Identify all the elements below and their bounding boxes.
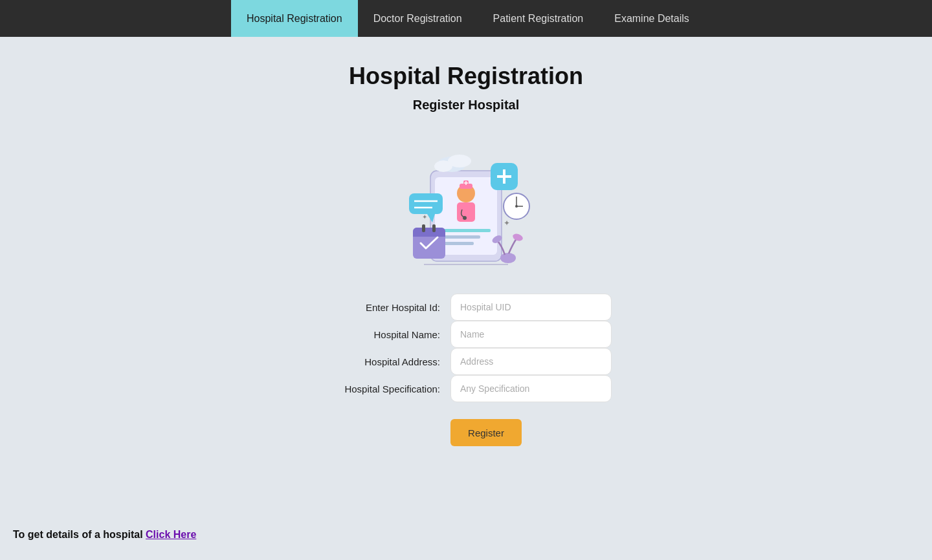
label-hospital-specification: Hospital Specification: [320,383,440,394]
svg-point-30 [434,160,452,172]
svg-rect-11 [441,242,474,245]
main-content: Hospital Registration Register Hospital [0,37,932,446]
svg-rect-9 [441,229,491,232]
svg-text:✦: ✦ [504,219,510,228]
label-hospital-id: Enter Hospital Id: [320,302,440,313]
nav-items: Hospital RegistrationDoctor Registration… [231,0,705,37]
input-hospital-name[interactable] [450,321,612,348]
form-row-hospital-name: Hospital Name: [320,321,612,348]
svg-rect-12 [409,193,443,214]
illustration: ✦ ✦ [395,132,537,274]
form-row-hospital-address: Hospital Address: [320,348,612,375]
form-section: Enter Hospital Id:Hospital Name:Hospital… [320,294,612,446]
form-row-hospital-id: Enter Hospital Id: [320,294,612,321]
svg-point-31 [500,253,516,263]
page-subtitle: Register Hospital [413,98,519,113]
input-hospital-id[interactable] [450,294,612,321]
svg-rect-26 [422,224,425,232]
input-hospital-specification[interactable] [450,375,612,402]
svg-point-8 [463,216,467,220]
label-hospital-name: Hospital Name: [320,329,440,340]
input-hospital-address[interactable] [450,348,612,375]
label-hospital-address: Hospital Address: [320,356,440,367]
footer: To get details of a hospital Click Here [13,529,196,541]
register-button[interactable]: Register [450,419,522,446]
page-title: Hospital Registration [349,63,583,90]
nav-item-doctor-registration[interactable]: Doctor Registration [358,0,478,37]
nav-item-hospital-registration[interactable]: Hospital Registration [231,0,358,37]
nav-item-examine-details[interactable]: Examine Details [599,0,705,37]
svg-rect-10 [441,235,480,239]
svg-point-33 [512,233,524,242]
form-row-hospital-specification: Hospital Specification: [320,375,612,402]
svg-text:✦: ✦ [422,213,427,221]
navbar: Hospital RegistrationDoctor Registration… [0,0,932,37]
click-here-link[interactable]: Click Here [146,529,196,540]
svg-rect-27 [432,224,436,232]
svg-rect-25 [413,232,445,237]
nav-logo [0,0,231,37]
nav-item-patient-registration[interactable]: Patient Registration [478,0,599,37]
footer-text: To get details of a hospital [13,529,146,540]
